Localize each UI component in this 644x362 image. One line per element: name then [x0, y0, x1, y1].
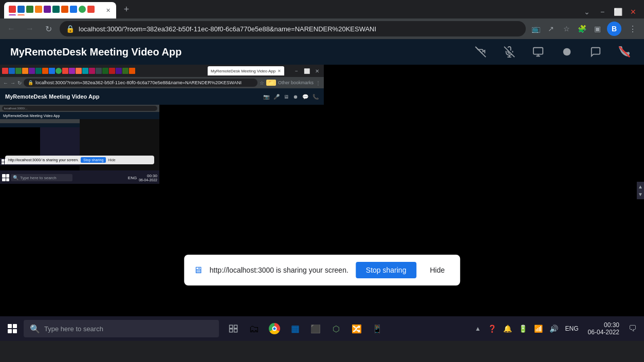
show-hidden-icons[interactable]: ▲ — [473, 319, 483, 338]
svg-point-3 — [563, 48, 571, 56]
scroll-up-arrow[interactable]: ▲ — [638, 184, 643, 189]
inner-back[interactable]: ← — [3, 80, 8, 86]
inner-chat-icon[interactable]: 💬 — [302, 94, 308, 100]
inner-favicon — [22, 68, 28, 74]
inner-url-field[interactable]: 🔒 localhost:3000/?room=382ea362-b50f-11e… — [24, 79, 257, 87]
inner-favicon — [2, 68, 8, 74]
inner-screen-icon[interactable]: 🖥 — [284, 94, 289, 100]
inner-end-icon[interactable]: 📞 — [312, 94, 319, 100]
profile-button[interactable]: B — [607, 22, 621, 36]
file-explorer-button[interactable]: 🗂 — [245, 319, 263, 338]
start-button[interactable] — [2, 318, 23, 339]
maximize-button[interactable]: ⬜ — [611, 5, 624, 18]
bell-tray-icon[interactable]: 🔔 — [501, 319, 515, 338]
inner-close[interactable]: ✕ — [312, 66, 322, 75]
inner-start-button[interactable] — [2, 174, 9, 181]
close-button[interactable]: ✕ — [627, 5, 640, 18]
inner-maximize[interactable]: ⬜ — [302, 66, 311, 75]
inner-forward[interactable]: → — [10, 80, 15, 86]
help-tray-icon[interactable]: ❓ — [485, 319, 500, 338]
inner-browser: MyRemoteDesk Meeting Video App ✕ − ⬜ ✕ ←… — [0, 65, 324, 228]
inner-app-header: MyRemoteDesk Meeting Video App 📷 🎤 🖥 ⏺ 💬… — [0, 88, 324, 105]
git-button[interactable]: 🔀 — [347, 319, 366, 338]
inner-hide-btn[interactable]: Hide — [108, 158, 115, 162]
eng-label: ENG — [565, 325, 579, 332]
node-button[interactable]: ⬡ — [327, 319, 345, 338]
clock-date: 06-04-2022 — [588, 329, 619, 336]
taskbar-search-text: Type here to search — [44, 325, 103, 333]
win-logo-tl — [8, 324, 12, 328]
minimize-button[interactable]: − — [596, 5, 609, 18]
chrome-menu-button[interactable]: ⋮ — [625, 22, 640, 36]
inner-search-placeholder: Type here to search — [20, 176, 57, 180]
network-icon[interactable]: 📶 — [531, 319, 546, 338]
inner-eng-label: ENG — [128, 176, 137, 180]
share-button[interactable]: ↗ — [545, 23, 557, 34]
bookmark-button[interactable]: ☆ — [561, 23, 572, 34]
inner-cam-icon[interactable]: 📷 — [263, 94, 269, 100]
extra-icon-1[interactable]: 📱 — [368, 319, 387, 338]
new-tab-button[interactable]: + — [119, 2, 134, 16]
stop-sharing-notification: 🖥 http://localhost:3000 is sharing your … — [184, 255, 460, 285]
favicon-11 — [9, 14, 16, 15]
inner-reload[interactable]: ↻ — [17, 80, 22, 86]
cast-button[interactable]: 📺 — [530, 23, 541, 34]
inner-search-bar[interactable]: 🔍 Type here to search — [11, 174, 72, 181]
inner-mic-icon[interactable]: 🎤 — [273, 94, 280, 100]
reload-button[interactable]: ↻ — [41, 22, 56, 36]
inner-favicon — [76, 68, 82, 74]
extensions-button[interactable]: 🧩 — [576, 23, 587, 34]
inner-tab-label: MyRemoteDesk Meeting Video App — [211, 69, 275, 73]
vscode-button[interactable]: ▦ — [286, 319, 304, 338]
tab-list-button[interactable]: ⌄ — [580, 5, 594, 18]
svg-rect-6 — [234, 325, 237, 328]
taskbar-clock[interactable]: 00:30 06-04-2022 — [584, 321, 623, 336]
inner-favicon — [116, 68, 122, 74]
record-button[interactable] — [558, 43, 576, 61]
inner-clock-date: 06-04-2022 — [139, 178, 157, 182]
forward-button[interactable]: → — [23, 22, 37, 36]
favicon-6 — [52, 6, 60, 13]
inner-bookmarks-folder: 📁 — [266, 80, 276, 86]
inner-profile[interactable]: ⋮ — [316, 80, 321, 86]
inner-right-panel — [159, 105, 324, 187]
back-button[interactable]: ← — [4, 22, 19, 36]
stop-sharing-button[interactable]: Stop sharing — [356, 262, 417, 278]
sidebar-button[interactable]: ▣ — [592, 23, 603, 34]
inner-stop-btn[interactable]: Stop sharing — [81, 157, 106, 163]
url-bar[interactable]: 🔒 localhost:3000/?room=382ea362-b50f-11e… — [60, 21, 526, 36]
terminal-button[interactable]: ⬛ — [306, 319, 325, 338]
sharing-icon: 🖥 — [193, 265, 203, 276]
inner-tab-close[interactable]: ✕ — [278, 69, 281, 73]
active-tab[interactable]: ✕ — [4, 2, 116, 18]
inner-minimize[interactable]: − — [292, 66, 301, 75]
chrome-taskbar-button[interactable] — [265, 319, 284, 338]
language-indicator[interactable]: ENG — [562, 319, 582, 338]
inner-lock-icon: 🔒 — [28, 80, 33, 85]
tab-close-button[interactable]: ✕ — [104, 6, 112, 14]
inner-video-area: localhost:3000/... MyRemoteDesk Meeting … — [0, 105, 324, 187]
end-call-button[interactable] — [615, 43, 634, 61]
mic-off-button[interactable] — [500, 43, 519, 61]
inner-taskbar: 🔍 Type here to search ENG 00:30 06-04-20… — [0, 172, 159, 184]
volume-icon[interactable]: 🔊 — [547, 319, 561, 338]
inner-active-tab[interactable]: MyRemoteDesk Meeting Video App ✕ — [208, 66, 284, 75]
camera-off-button[interactable] — [471, 43, 490, 61]
svg-rect-2 — [533, 48, 543, 54]
inner-bookmark[interactable]: ☆ — [260, 80, 264, 86]
inner-tab-bar: MyRemoteDesk Meeting Video App ✕ − ⬜ ✕ — [0, 65, 324, 77]
favicon-9 — [79, 6, 86, 13]
url-text: localhost:3000/?room=382ea362-b50f-11ec-… — [79, 25, 520, 33]
task-view-button[interactable] — [224, 319, 243, 338]
screen-share-button[interactable] — [529, 43, 547, 61]
scroll-down-arrow[interactable]: ▼ — [638, 192, 643, 197]
chat-button[interactable] — [586, 43, 605, 61]
action-center-button[interactable]: 🗨 — [625, 319, 640, 338]
app-header: MyRemoteDesk Meeting Video App — [0, 39, 644, 65]
hide-button[interactable]: Hide — [424, 262, 451, 278]
taskbar-search[interactable]: 🔍 Type here to search — [24, 320, 219, 337]
inner-record-icon[interactable]: ⏺ — [293, 94, 298, 100]
favicon-8 — [70, 6, 77, 13]
battery-icon[interactable]: 🔋 — [516, 319, 530, 338]
inner-favicon — [9, 68, 15, 74]
